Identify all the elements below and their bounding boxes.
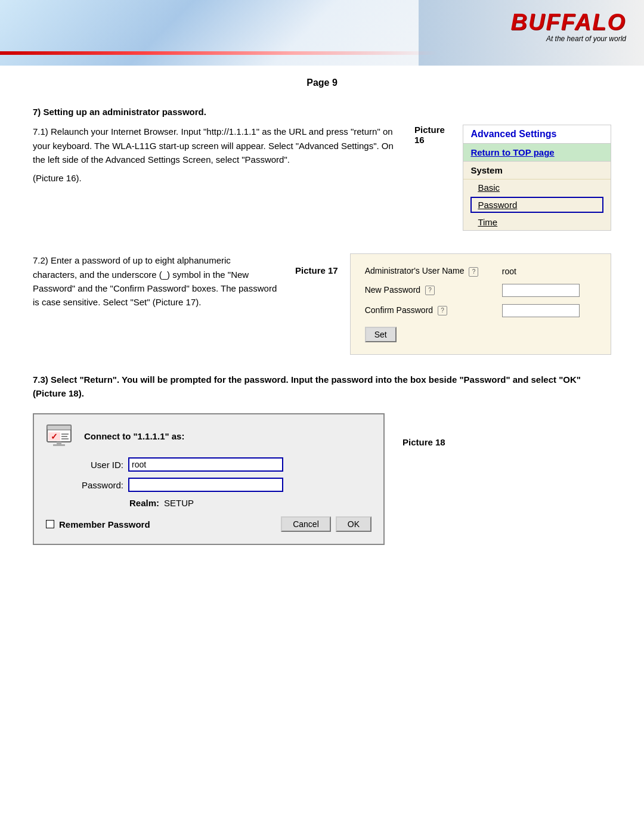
picture17-box: Administrator's User Name ? root New Pas…: [350, 253, 611, 354]
realm-value: SETUP: [164, 498, 194, 508]
login-form: User ID: Password: Realm: SETUP: [58, 457, 371, 508]
header-stripe: [0, 51, 438, 55]
new-password-row: New Password ?: [365, 284, 596, 297]
section71-row: 7.1) Relaunch your Internet Browser. Inp…: [33, 125, 611, 236]
cancel-button[interactable]: Cancel: [281, 516, 331, 532]
time-link[interactable]: Time: [463, 214, 611, 230]
basic-link[interactable]: Basic: [463, 179, 611, 196]
password-row: Password:: [58, 478, 371, 492]
section71-left: 7.1) Relaunch your Internet Browser. Inp…: [33, 125, 397, 236]
svg-rect-8: [57, 442, 61, 444]
adv-settings-header: Advanced Settings: [463, 125, 611, 144]
login-dialog-content: ✓ Connect to "1.1.1.1" as: User ID:: [34, 414, 383, 544]
return-to-top-link[interactable]: Return to TOP page: [463, 144, 611, 162]
svg-rect-7: [61, 438, 69, 439]
username-help-icon[interactable]: ?: [469, 267, 478, 277]
new-password-help-icon[interactable]: ?: [425, 286, 435, 295]
page-number: Page 9: [33, 78, 611, 88]
password-link[interactable]: Password: [470, 197, 603, 213]
userid-row: User ID:: [58, 457, 371, 472]
username-value: root: [502, 267, 516, 276]
system-label: System: [463, 162, 611, 179]
header-sky: [0, 0, 419, 66]
set-button[interactable]: Set: [365, 327, 397, 342]
section72-right: Picture 17 Administrator's User Name ? r…: [295, 253, 611, 354]
realm-row: Realm: SETUP: [58, 498, 371, 508]
login-dialog-title: Connect to "1.1.1.1" as:: [84, 431, 184, 441]
password-label-login: Password:: [58, 480, 123, 490]
set-button-row: Set: [365, 327, 596, 342]
login-dialog-header: ✓ Connect to "1.1.1.1" as:: [46, 424, 371, 448]
login-browser-icon: ✓: [46, 424, 75, 448]
confirm-password-help-icon[interactable]: ?: [438, 306, 447, 315]
username-row: Administrator's User Name ? root: [365, 266, 596, 276]
picture16-label: Picture 16: [414, 125, 451, 145]
section71-end: (Picture 16).: [33, 171, 397, 185]
confirm-password-label: Confirm Password ?: [365, 305, 496, 315]
remember-checkbox[interactable]: [46, 520, 54, 528]
page-header: BUFFALO At the heart of your world: [0, 0, 644, 66]
ok-button[interactable]: OK: [336, 516, 371, 532]
username-label: Administrator's User Name ?: [365, 266, 496, 276]
svg-rect-9: [53, 444, 65, 446]
new-password-label: New Password ?: [365, 285, 496, 295]
section73-text: 7.3) Select "Return". You will be prompt…: [33, 373, 611, 401]
realm-label: Realm:: [129, 498, 159, 508]
picture18-area: ✓ Connect to "1.1.1.1" as: User ID:: [33, 413, 611, 545]
page-content: Page 9 7) Setting up an administrator pa…: [0, 66, 644, 587]
picture17-area: Picture 17 Administrator's User Name ? r…: [295, 253, 611, 354]
adv-settings-title: Advanced Settings: [470, 129, 556, 139]
new-password-input[interactable]: [502, 284, 580, 297]
picture17-label: Picture 17: [295, 265, 338, 275]
buffalo-tagline: At the heart of your world: [511, 35, 626, 43]
section71-right: Picture 16 Advanced Settings Return to T…: [414, 125, 611, 236]
buffalo-logo: BUFFALO: [511, 11, 626, 33]
remember-label: Remember Password: [59, 519, 150, 529]
section7-title: 7) Setting up an administrator password.: [33, 105, 611, 119]
adv-settings-panel: Advanced Settings Return to TOP page Sys…: [463, 125, 611, 231]
userid-input[interactable]: [128, 457, 283, 472]
logo-area: BUFFALO At the heart of your world: [511, 11, 626, 43]
picture18-label: Picture 18: [402, 437, 445, 447]
section71-text: 7.1) Relaunch your Internet Browser. Inp…: [33, 125, 397, 166]
userid-label: User ID:: [58, 460, 123, 470]
section72-row: 7.2) Enter a password of up to eight alp…: [33, 253, 611, 354]
password-input-login[interactable]: [128, 478, 283, 492]
section72-text: 7.2) Enter a password of up to eight alp…: [33, 253, 277, 309]
svg-rect-1: [47, 425, 71, 430]
login-dialog: ✓ Connect to "1.1.1.1" as: User ID:: [33, 413, 385, 545]
section72-left: 7.2) Enter a password of up to eight alp…: [33, 253, 277, 309]
svg-text:✓: ✓: [51, 432, 58, 441]
svg-rect-6: [61, 436, 67, 437]
confirm-password-row: Confirm Password ?: [365, 304, 596, 317]
login-buttons-row: Remember Password Cancel OK: [46, 516, 371, 532]
confirm-password-input[interactable]: [502, 304, 580, 317]
svg-rect-5: [61, 433, 69, 435]
